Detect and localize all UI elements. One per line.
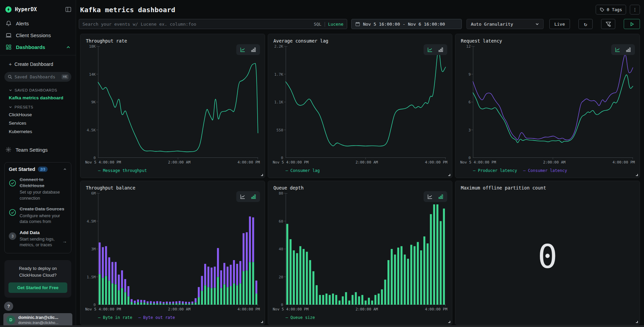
brand-row: HyperDX <box>0 5 76 18</box>
sidebar-item-client-sessions[interactable]: Client Sessions <box>0 29 76 41</box>
y-axis: 020406080 <box>273 193 286 305</box>
lucene-mode-toggle[interactable]: Lucene <box>328 22 343 27</box>
panel-resize-handle[interactable] <box>636 174 638 176</box>
filter-icon <box>605 21 611 27</box>
sql-mode-toggle[interactable]: SQL <box>314 22 321 27</box>
saved-dashboards-search-input[interactable]: Saved Dashboards ⌘K <box>4 72 71 82</box>
checklist-title: Connect to ClickHouse <box>20 177 67 189</box>
sidebar-item-team-settings[interactable]: Team Settings <box>0 143 76 156</box>
chart-plot-area[interactable] <box>286 193 446 305</box>
mode-separator: | <box>324 21 326 27</box>
brand-name: HyperDX <box>15 6 37 12</box>
chart-view-toggle <box>424 191 447 202</box>
chart-title: Throughput rate <box>85 38 260 44</box>
tag-icon <box>600 7 604 12</box>
live-button[interactable]: Live <box>549 19 570 29</box>
refresh-button[interactable]: ↻ <box>578 19 593 29</box>
sidebar-link-clickhouse[interactable]: ClickHouse <box>0 110 76 119</box>
chart-panel-throughput-balance: Throughput balance 01.5M3M4.5M6M Nov 5 4… <box>80 181 265 325</box>
panel-resize-handle[interactable] <box>636 321 638 323</box>
laptop-icon <box>5 32 12 39</box>
chart-title: Request latency <box>460 38 635 44</box>
get-started-title: Get Started <box>9 167 35 172</box>
bar-view-button[interactable] <box>248 193 259 201</box>
panel-resize-handle[interactable] <box>448 321 450 323</box>
panel-resize-handle[interactable] <box>448 174 450 176</box>
chart-title: Average consumer lag <box>273 38 448 44</box>
bar-view-button[interactable] <box>436 193 446 201</box>
chart-panel-throughput-rate: Throughput rate 04.5K9K14K18K Nov 5 4:00… <box>80 34 265 178</box>
get-started-free-button[interactable]: Get Started for Free <box>8 282 67 293</box>
chart-plot-area[interactable] <box>98 46 258 158</box>
line-view-button[interactable] <box>238 193 248 201</box>
chevron-down-icon <box>9 89 12 92</box>
panel-resize-handle[interactable] <box>261 174 263 176</box>
sidebar-link-services[interactable]: Services <box>0 119 76 127</box>
chart-plot-area[interactable] <box>286 46 446 158</box>
deploy-card: Ready to deploy on ClickHouse Cloud? Get… <box>4 260 71 298</box>
checklist-item-sources[interactable]: Create Data Sources Configure where your… <box>9 206 67 225</box>
line-view-button[interactable] <box>425 193 435 201</box>
y-axis: 04.5K9K14K18K <box>85 46 98 158</box>
section-saved-dashboards[interactable]: SAVED DASHBOARDS <box>0 85 76 94</box>
calendar-icon <box>355 22 360 26</box>
refresh-icon: ↻ <box>584 21 587 27</box>
section-label: SAVED DASHBOARDS <box>15 88 57 92</box>
y-axis: 01.5M3M4.5M6M <box>85 193 98 305</box>
filter-button[interactable] <box>601 19 615 29</box>
section-presets[interactable]: PRESETS <box>0 102 76 110</box>
sidebar-link-kafka-dashboard[interactable]: Kafka metrics dashboard <box>0 94 76 102</box>
chevron-up-icon <box>66 45 70 49</box>
x-axis: Nov 5 4:00:00 PM2:00:00 AM4:00:00 PM <box>273 307 448 312</box>
bar-view-button[interactable] <box>248 46 259 54</box>
user-email: dominic.tran@clickho... <box>18 321 58 325</box>
checklist-item-connect[interactable]: Connect to ClickHouse Set up your databa… <box>9 177 67 201</box>
run-query-button[interactable] <box>624 19 640 29</box>
event-search-input[interactable]: Search your events w/ Lucene ex. column:… <box>79 19 347 29</box>
chart-view-toggle <box>236 191 260 202</box>
step-number-badge: 3 <box>9 232 16 240</box>
bar-view-button[interactable] <box>623 46 634 54</box>
chart-plot-area[interactable] <box>98 193 258 305</box>
chart-view-toggle <box>424 44 447 55</box>
chart-legend: — Consumer lag <box>273 168 448 175</box>
sidebar-item-alerts[interactable]: Alerts <box>0 18 76 29</box>
checklist-title: Add Data <box>20 230 67 236</box>
section-label: PRESETS <box>15 105 33 109</box>
arrow-right-icon: → <box>62 238 67 244</box>
date-range-picker[interactable]: Nov 5 16:00:00 - Nov 6 16:00:00 <box>351 19 462 29</box>
x-axis: Nov 5 4:00:00 PM2:00:00 AM4:00:00 PM <box>85 160 260 165</box>
granularity-select[interactable]: Auto Granularity <box>467 19 544 29</box>
checklist-item-add-data[interactable]: 3 Add Data Start sending logs, metrics, … <box>9 230 67 248</box>
line-view-button[interactable] <box>238 46 248 54</box>
line-view-button[interactable] <box>425 46 435 54</box>
sidebar-item-label: Alerts <box>16 21 29 26</box>
metric-value: 0 <box>538 241 557 273</box>
chevron-up-icon[interactable] <box>63 168 67 171</box>
x-axis: Nov 5 4:00:00 PM2:00:00 AM4:00:00 PM <box>85 307 260 312</box>
user-name: dominic.tran@clic... <box>18 315 58 321</box>
sidebar-item-dashboards[interactable]: Dashboards <box>0 41 76 53</box>
plus-icon: + <box>9 61 12 67</box>
search-placeholder: Search your events w/ Lucene ex. column:… <box>82 22 311 27</box>
chart-view-toggle <box>611 44 635 55</box>
chart-plot-area[interactable] <box>473 46 633 158</box>
bar-view-button[interactable] <box>436 46 446 54</box>
chart-legend: — Producer latency— Consumer latency <box>460 168 635 175</box>
check-circle-icon <box>9 179 16 187</box>
create-dashboard-button[interactable]: + Create Dashboard <box>0 59 76 69</box>
line-view-button[interactable] <box>613 46 623 54</box>
shortcut-badge: ⌘K <box>62 74 69 79</box>
checklist-desc: Configure where your data comes from <box>20 213 67 225</box>
deploy-text-line1: Ready to deploy on <box>8 265 67 272</box>
more-options-button[interactable]: ⋮ <box>630 5 640 15</box>
sidebar-link-kubernetes[interactable]: Kubernetes <box>0 127 76 136</box>
help-button[interactable]: ? <box>4 302 13 311</box>
chart-legend: — Queue size <box>273 315 448 322</box>
user-menu[interactable]: D dominic.tran@clic... dominic.tran@clic… <box>3 313 72 327</box>
create-dashboard-label: Create Dashboard <box>15 61 53 67</box>
sidebar-collapse-icon[interactable] <box>65 6 72 13</box>
tags-button[interactable]: 0 Tags <box>596 5 626 15</box>
panel-resize-handle[interactable] <box>261 321 263 323</box>
sidebar-item-label: Dashboards <box>16 44 45 50</box>
